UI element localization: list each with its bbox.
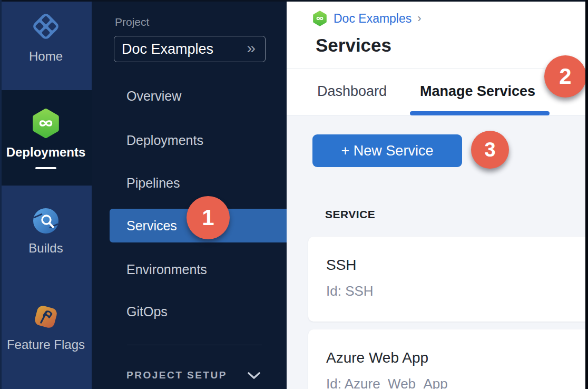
service-column-header: SERVICE: [325, 208, 375, 221]
module-feature-flags[interactable]: Feature Flags: [0, 302, 92, 352]
project-section-label: Project: [115, 16, 149, 28]
module-label: Builds: [0, 241, 92, 256]
project-selector-value: Doc Examples: [122, 41, 213, 57]
service-card-ssh[interactable]: SSH Id: SSH: [308, 237, 588, 322]
active-module-indicator: [35, 167, 56, 169]
sidebar-item-environments[interactable]: Environments: [126, 260, 207, 278]
project-setup-label: PROJECT SETUP: [126, 369, 227, 381]
home-icon: [31, 11, 61, 42]
active-tab-indicator: [410, 111, 550, 115]
module-deployments[interactable]: Deployments: [0, 108, 92, 160]
breadcrumb-project-link[interactable]: Doc Examples: [334, 12, 411, 26]
module-label: Home: [0, 49, 92, 64]
builds-icon: [32, 207, 60, 235]
chevron-right-icon: ›: [417, 12, 421, 25]
feature-flags-icon: [31, 302, 61, 332]
manage-services-panel: + New Service SERVICE SSH Id: SSH Azure …: [287, 115, 588, 389]
page-header: Doc Examples › Services: [287, 0, 588, 69]
sidebar-item-pipelines[interactable]: Pipelines: [126, 174, 180, 192]
new-service-button[interactable]: + New Service: [312, 134, 462, 167]
deployments-icon: [31, 108, 61, 139]
breadcrumb: Doc Examples ›: [312, 11, 422, 26]
project-selector[interactable]: Doc Examples »: [114, 36, 266, 62]
window-top-edge: [0, 0, 588, 2]
sidebar-item-services[interactable]: Services: [126, 217, 177, 235]
project-setup-toggle[interactable]: PROJECT SETUP: [126, 366, 261, 384]
module-label: Deployments: [0, 145, 92, 160]
chevron-down-icon: [247, 372, 261, 380]
sidebar-divider: [127, 345, 262, 345]
sidebar-item-deployments[interactable]: Deployments: [126, 131, 203, 149]
page-title: Services: [316, 35, 391, 56]
project-sidebar: Project Doc Examples » Overview Deployme…: [92, 0, 287, 389]
service-name: Azure Web App: [326, 349, 428, 366]
tab-bar: Dashboard Manage Services: [287, 69, 588, 115]
service-name: SSH: [326, 257, 357, 274]
module-rail: Home Deployments: [0, 0, 92, 389]
project-hexagon-icon: [312, 11, 328, 26]
tab-dashboard[interactable]: Dashboard: [317, 69, 387, 115]
app-window: Home Deployments: [0, 0, 588, 389]
window-left-edge: [0, 0, 2, 389]
sidebar-item-overview[interactable]: Overview: [126, 87, 181, 105]
module-builds[interactable]: Builds: [0, 207, 92, 256]
main-content: Doc Examples › Services Dashboard Manage…: [287, 0, 588, 389]
service-id: Id: SSH: [326, 283, 374, 299]
tab-manage-services[interactable]: Manage Services: [420, 69, 535, 115]
sidebar-item-gitops[interactable]: GitOps: [126, 303, 168, 320]
module-label: Feature Flags: [0, 337, 92, 352]
window-right-edge: [585, 0, 588, 389]
annotation-badge-1: 1: [187, 196, 230, 239]
module-home[interactable]: Home: [0, 11, 92, 64]
double-chevron-right-icon: »: [247, 40, 256, 58]
annotation-badge-2: 2: [544, 55, 586, 98]
service-id: Id: Azure_Web_App: [326, 376, 448, 389]
service-card-azure-web-app[interactable]: Azure Web App Id: Azure_Web_App: [308, 329, 588, 389]
annotation-badge-3: 3: [471, 131, 509, 169]
